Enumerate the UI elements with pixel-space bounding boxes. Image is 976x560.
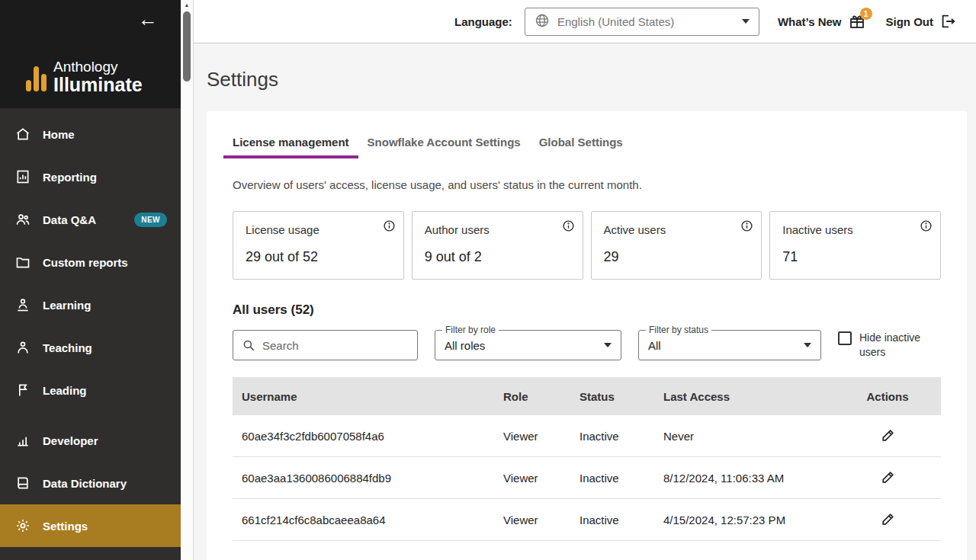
- stat-label: Author users: [425, 223, 572, 236]
- logo-line1: Anthology: [53, 59, 143, 75]
- filter-by-role-dropdown[interactable]: Filter by role All roles: [435, 330, 621, 360]
- stat-card-author-users: Author users 9 out of 2: [412, 211, 583, 280]
- info-icon[interactable]: [562, 219, 575, 232]
- whats-new-button[interactable]: What’s New 1: [778, 12, 866, 30]
- pencil-icon: [881, 512, 895, 526]
- info-icon[interactable]: [740, 219, 753, 232]
- search-input[interactable]: [262, 339, 409, 352]
- learning-icon: [15, 297, 30, 312]
- sidebar-item-label: Data Q&A: [43, 213, 96, 226]
- sidebar-item-settings[interactable]: Settings: [0, 504, 181, 547]
- stat-value: 9 out of 2: [425, 249, 572, 265]
- sidebar-item-learning[interactable]: Learning: [0, 283, 181, 326]
- table-row: 60ae34f3c2fdb6007058f4a6 Viewer Inactive…: [233, 415, 941, 457]
- content-area: Language: English (United States) What’s…: [194, 0, 976, 560]
- sidebar-item-data-dictionary[interactable]: Data Dictionary: [0, 462, 181, 504]
- cell-status: Inactive: [580, 514, 663, 526]
- logo-line2: Illuminate: [53, 75, 143, 94]
- sidebar-item-leading[interactable]: Leading: [0, 369, 181, 411]
- cell-username: 60ae3aa1360086006884fdb9: [242, 472, 503, 485]
- sidebar-item-custom-reports[interactable]: Custom reports: [0, 241, 181, 283]
- language-dropdown[interactable]: English (United States): [525, 8, 759, 36]
- hide-inactive-users-control: Hide inactive users: [838, 331, 939, 360]
- col-header-status: Status: [580, 390, 663, 403]
- topbar: Language: English (United States) What’s…: [194, 0, 976, 43]
- cell-role: Viewer: [503, 430, 580, 443]
- developer-icon: [15, 433, 30, 448]
- sidebar-item-label: Teaching: [43, 341, 92, 354]
- sidebar-item-reporting[interactable]: Reporting: [0, 155, 181, 198]
- edit-user-button[interactable]: [879, 427, 897, 444]
- edit-user-button[interactable]: [879, 510, 897, 528]
- hide-inactive-checkbox[interactable]: [838, 331, 852, 345]
- stat-card-active-users: Active users 29: [591, 211, 762, 280]
- hide-inactive-label: Hide inactive users: [859, 331, 939, 360]
- language-value: English (United States): [557, 15, 674, 28]
- col-header-role: Role: [503, 390, 580, 403]
- info-icon[interactable]: [920, 219, 933, 232]
- sidebar-item-home[interactable]: Home: [0, 113, 181, 155]
- sidebar-item-data-qa[interactable]: Data Q&A NEW: [0, 198, 181, 241]
- tab-bar: License management Snowflake Account Set…: [233, 136, 941, 158]
- chevron-down-icon: [804, 343, 811, 347]
- edit-user-button[interactable]: [879, 469, 897, 486]
- scrollbar-thumb[interactable]: [183, 11, 191, 82]
- sidebar-item-label: Settings: [43, 520, 88, 533]
- sign-out-label: Sign Out: [886, 15, 934, 28]
- tab-description: Overview of users' access, license usage…: [233, 178, 941, 191]
- cell-last-access: Never: [663, 430, 857, 443]
- chevron-down-icon: [604, 343, 612, 347]
- col-header-username: Username: [242, 390, 503, 403]
- logo-text: Anthology Illuminate: [53, 59, 143, 94]
- sidebar-item-label: Learning: [43, 299, 91, 312]
- search-box: [233, 330, 418, 360]
- filter-by-role-value: All roles: [445, 339, 485, 352]
- data-dictionary-icon: [15, 475, 30, 491]
- all-users-heading: All users (52): [233, 302, 941, 318]
- filter-by-status-label: Filter by status: [646, 325, 711, 335]
- tab-license-management[interactable]: License management: [233, 136, 349, 158]
- stat-label: Active users: [604, 223, 751, 236]
- stat-label: License usage: [246, 223, 393, 236]
- home-icon: [15, 126, 30, 142]
- vertical-scrollbar[interactable]: ▲: [181, 0, 194, 560]
- sign-out-button[interactable]: Sign Out: [886, 13, 957, 30]
- cell-username: 60ae34f3c2fdb6007058f4a6: [242, 430, 503, 443]
- sidebar-item-label: Home: [43, 128, 75, 141]
- info-icon[interactable]: [383, 219, 396, 232]
- stat-cards: License usage 29 out of 52 Author users …: [233, 211, 941, 280]
- page-title: Settings: [207, 68, 967, 91]
- sidebar-item-developer[interactable]: Developer: [0, 419, 181, 462]
- app-logo: Anthology Illuminate: [26, 59, 143, 94]
- reporting-icon: [15, 169, 30, 184]
- stat-card-inactive-users: Inactive users 71: [769, 211, 941, 280]
- sidebar-nav: Home Reporting Data Q&A NEW Custom repor…: [0, 108, 181, 560]
- cell-status: Inactive: [580, 430, 663, 443]
- sidebar-item-label: Leading: [43, 384, 87, 397]
- app-window: ← Anthology Illuminate Home Reporting Da…: [0, 0, 976, 560]
- cell-username: 661cf214cf6c8abcaeea8a64: [242, 514, 503, 526]
- cell-role: Viewer: [503, 514, 580, 526]
- tab-snowflake-account-settings[interactable]: Snowflake Account Settings: [368, 136, 521, 158]
- pencil-icon: [881, 470, 895, 485]
- tab-global-settings[interactable]: Global Settings: [539, 136, 623, 158]
- scrollbar-up-arrow-icon[interactable]: ▲: [181, 2, 193, 8]
- table-row: 60ae3aa1360086006884fdb9 Viewer Inactive…: [233, 457, 941, 499]
- users-table: Username Role Status Last Access Actions…: [233, 377, 941, 541]
- settings-gear-icon: [15, 518, 30, 533]
- col-header-actions: Actions: [857, 390, 918, 403]
- sign-out-icon: [939, 13, 956, 30]
- main-content: Settings License management Snowflake Ac…: [194, 43, 976, 560]
- table-row: 661cf214cf6c8abcaeea8a64 Viewer Inactive…: [233, 499, 941, 541]
- collapse-sidebar-arrow-icon[interactable]: ←: [138, 9, 158, 29]
- stat-label: Inactive users: [782, 223, 929, 236]
- filter-by-status-dropdown[interactable]: Filter by status All: [638, 330, 821, 360]
- leading-icon: [15, 382, 30, 398]
- stat-card-license-usage: License usage 29 out of 52: [233, 211, 404, 280]
- col-header-last-access: Last Access: [663, 390, 857, 403]
- filters-row: Filter by role All roles Filter by statu…: [233, 330, 941, 360]
- stat-value: 71: [782, 249, 929, 265]
- logo-bars-icon: [26, 66, 47, 94]
- whats-new-label: What’s New: [778, 15, 842, 28]
- sidebar-item-teaching[interactable]: Teaching: [0, 326, 181, 369]
